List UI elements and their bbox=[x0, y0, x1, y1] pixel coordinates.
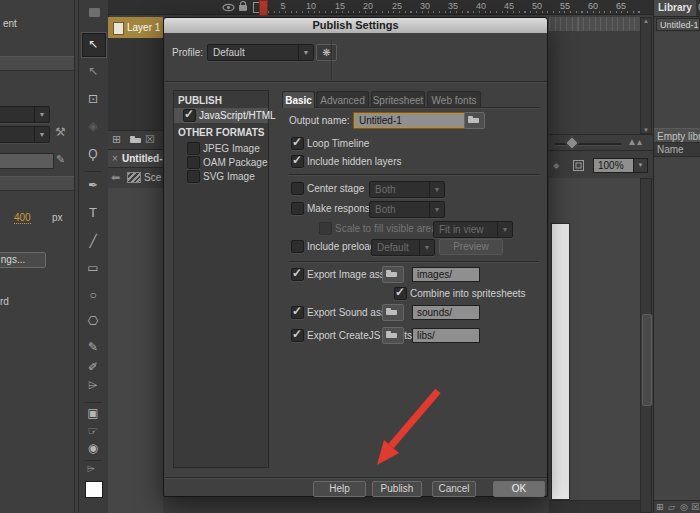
free-transform-tool-icon[interactable]: ⊡ bbox=[82, 92, 104, 106]
brush-tool-icon[interactable]: ✐ bbox=[82, 360, 104, 374]
eyedropper-tool-icon[interactable]: ⌲ bbox=[82, 378, 104, 392]
export-image-folder-button[interactable] bbox=[382, 266, 404, 283]
format-row-oam[interactable]: OAM Package bbox=[174, 155, 268, 169]
scale-to-fill-checkbox[interactable] bbox=[319, 222, 332, 235]
format-row-jpeg[interactable]: JPEG Image bbox=[174, 141, 268, 155]
stage-vscrollbar-thumb[interactable] bbox=[642, 314, 652, 406]
document-tab[interactable]: × Untitled-1 bbox=[108, 150, 163, 168]
lasso-tool-icon[interactable]: Ϙ bbox=[82, 147, 104, 161]
lock-icon[interactable] bbox=[239, 5, 247, 11]
library-new-symbol-icon[interactable]: ⊞ bbox=[656, 502, 664, 512]
playhead-marker[interactable] bbox=[259, 0, 268, 16]
export-image-assets-checkbox[interactable] bbox=[291, 268, 304, 281]
text-tool-icon[interactable]: T bbox=[82, 206, 104, 220]
fill-sampler-icon[interactable]: ⌲ bbox=[87, 463, 95, 475]
properties-section-header-2[interactable] bbox=[0, 176, 74, 191]
clip-content-icon[interactable] bbox=[573, 160, 584, 171]
document-tab-title[interactable]: Untitled-1 bbox=[122, 153, 168, 164]
stage-width-value[interactable]: 400 bbox=[14, 212, 31, 224]
rectangle-tool-icon[interactable]: ▭ bbox=[82, 261, 104, 275]
jpeg-image-checkbox[interactable] bbox=[187, 142, 200, 155]
dialog-titlebar[interactable]: Publish Settings bbox=[164, 18, 547, 33]
format-row-javascript-html[interactable]: JavaScript/HTML bbox=[174, 108, 268, 123]
library-trash-icon[interactable]: ☒ bbox=[691, 502, 699, 512]
preview-button[interactable]: Preview bbox=[439, 239, 503, 255]
help-button[interactable]: Help bbox=[313, 481, 366, 497]
polystar-tool-icon[interactable]: ⎔ bbox=[82, 314, 104, 328]
publish-settings-shortcut-button[interactable]: ngs... bbox=[0, 252, 46, 268]
make-responsive-dropdown[interactable]: Both ▼ bbox=[369, 201, 445, 218]
export-createjs-path-field[interactable]: libs/ bbox=[412, 328, 480, 343]
line-tool-icon[interactable]: ╱ bbox=[82, 234, 104, 248]
javascript-html-checkbox[interactable] bbox=[183, 109, 196, 122]
camera-tool-icon[interactable]: ▣ bbox=[82, 406, 104, 420]
combine-spritesheets-checkbox[interactable] bbox=[394, 287, 407, 300]
3d-rotation-tool-icon[interactable]: ◈ bbox=[82, 119, 104, 133]
scroll-up-icon[interactable]: ▲ bbox=[643, 18, 649, 24]
svg-image-checkbox[interactable] bbox=[187, 170, 200, 183]
new-folder-icon[interactable] bbox=[127, 133, 140, 144]
export-sound-folder-button[interactable] bbox=[382, 304, 404, 321]
properties-dropdown-1[interactable]: ▼ bbox=[0, 106, 50, 123]
publish-button[interactable]: Publish bbox=[372, 481, 422, 497]
oval-tool-icon[interactable]: ○ bbox=[82, 288, 104, 302]
tab-close-icon[interactable]: × bbox=[112, 153, 118, 164]
properties-text-field[interactable] bbox=[0, 153, 54, 169]
export-createjs-folder-button[interactable] bbox=[382, 327, 404, 344]
pencil-tool-icon[interactable]: ✎ bbox=[82, 340, 104, 354]
scene-name-fragment[interactable]: Sce bbox=[144, 172, 161, 183]
export-createjs-assets-checkbox[interactable] bbox=[291, 329, 304, 342]
export-sound-path-field[interactable]: sounds/ bbox=[412, 305, 480, 320]
fill-color-swatch[interactable] bbox=[85, 481, 103, 498]
settings-tab-basic[interactable]: Basic bbox=[282, 91, 315, 108]
selection-tool-icon[interactable]: ↖ bbox=[82, 37, 104, 51]
cancel-button[interactable]: Cancel bbox=[432, 481, 476, 497]
eye-visibility-icon[interactable] bbox=[222, 3, 235, 12]
format-row-svg[interactable]: SVG Image bbox=[174, 169, 268, 183]
timeline-layers-area[interactable] bbox=[108, 38, 163, 130]
center-stage-dropdown[interactable]: Both ▼ bbox=[369, 181, 445, 198]
center-stage-crosshair-icon[interactable]: ⌖ bbox=[553, 159, 560, 173]
settings-tab-spritesheet[interactable]: Spritesheet bbox=[371, 91, 425, 108]
library-properties-icon[interactable]: ◎ bbox=[680, 502, 688, 512]
include-hidden-layers-checkbox[interactable] bbox=[291, 155, 304, 168]
settings-tab-web-fonts[interactable]: Web fonts bbox=[427, 91, 481, 108]
settings-tab-advanced[interactable]: Advanced bbox=[316, 91, 369, 108]
scale-to-fill-dropdown[interactable]: Fit in view ▼ bbox=[433, 221, 513, 238]
frame-size-mountain-icon[interactable]: ▲▴ bbox=[627, 136, 642, 147]
zoom-tool-icon[interactable]: ◉ bbox=[82, 441, 104, 455]
center-stage-checkbox[interactable] bbox=[291, 182, 304, 195]
library-name-column-header[interactable]: Name bbox=[654, 143, 700, 157]
stage-zoom-field[interactable]: 100% bbox=[593, 158, 637, 173]
profile-dropdown[interactable]: Default ▼ bbox=[207, 44, 314, 61]
wrench-icon[interactable]: ⚒ bbox=[55, 125, 66, 139]
layer-name[interactable]: Layer 1 bbox=[127, 22, 160, 33]
preloader-dropdown[interactable]: Default ▼ bbox=[371, 239, 435, 256]
hand-tool-icon[interactable]: ☞ bbox=[82, 424, 104, 438]
layer-row-selected[interactable]: Layer 1 bbox=[108, 17, 163, 39]
timeline-frames-grid[interactable] bbox=[549, 17, 640, 32]
stage-zoom-dropdown-button[interactable]: ▼ bbox=[633, 158, 648, 173]
export-sound-assets-checkbox[interactable] bbox=[291, 306, 304, 319]
back-arrow-icon[interactable]: ⬅ bbox=[111, 171, 120, 184]
tab-library[interactable]: Library bbox=[654, 0, 696, 16]
include-preloader-checkbox[interactable] bbox=[291, 240, 304, 253]
subselection-tool-icon[interactable]: ↖ bbox=[82, 64, 104, 78]
properties-section-header[interactable] bbox=[0, 56, 74, 71]
timeline-vscrollbar[interactable]: ▲ ▼ bbox=[640, 17, 652, 134]
output-name-field[interactable]: Untitled-1 bbox=[354, 113, 465, 128]
output-folder-button[interactable] bbox=[464, 112, 485, 129]
loop-timeline-checkbox[interactable] bbox=[291, 137, 304, 150]
library-list-area[interactable] bbox=[654, 157, 700, 500]
timeline-ruler[interactable]: 5 10 15 20 25 30 35 40 45 50 55 60 65 bbox=[108, 0, 653, 15]
properties-dropdown-2[interactable]: ▼ bbox=[0, 126, 50, 143]
scroll-down-icon[interactable]: ▼ bbox=[643, 127, 649, 133]
library-document-dropdown[interactable]: Untitled-1 bbox=[656, 18, 700, 31]
stage-hscrollbar-track[interactable] bbox=[549, 500, 640, 513]
stage-vscrollbar[interactable] bbox=[640, 178, 652, 513]
oam-package-checkbox[interactable] bbox=[187, 156, 200, 169]
make-responsive-checkbox[interactable] bbox=[291, 202, 304, 215]
new-layer-icon[interactable]: ⊞ bbox=[112, 133, 121, 146]
export-image-path-field[interactable]: images/ bbox=[412, 267, 480, 282]
delete-layer-trash-icon[interactable]: ☒ bbox=[145, 133, 155, 146]
